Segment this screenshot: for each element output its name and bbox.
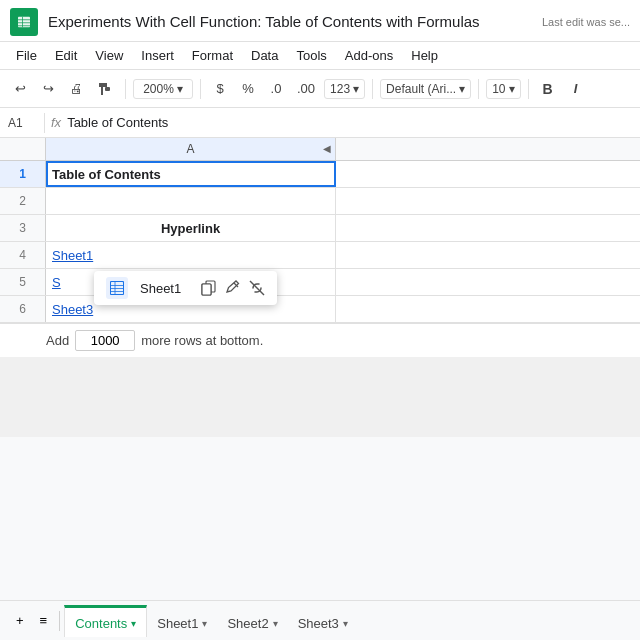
add-label: Add	[46, 333, 69, 348]
all-sheets-button[interactable]: ≡	[32, 609, 56, 632]
tab-sheet1-chevron: ▾	[202, 618, 207, 629]
popup-sheet-icon	[106, 277, 128, 299]
tab-sheet3-chevron: ▾	[343, 618, 348, 629]
add-sheet-icon: +	[16, 613, 24, 628]
fx-label: fx	[51, 115, 61, 130]
formula-content: Table of Contents	[67, 115, 168, 130]
tab-sheet3-label: Sheet3	[298, 616, 339, 631]
formula-divider	[44, 113, 45, 133]
table-row: 2	[0, 188, 640, 215]
currency-button[interactable]: $	[208, 78, 232, 99]
tab-sheet2[interactable]: Sheet2 ▾	[217, 605, 287, 637]
add-rows-bar: Add more rows at bottom.	[0, 323, 640, 357]
add-rows-suffix: more rows at bottom.	[141, 333, 263, 348]
menu-format[interactable]: Format	[184, 46, 241, 65]
menu-data[interactable]: Data	[243, 46, 286, 65]
add-sheet-button[interactable]: +	[8, 609, 32, 632]
col-header-a[interactable]: A ◀	[46, 138, 336, 160]
tab-contents-label: Contents	[75, 616, 127, 631]
add-rows-input[interactable]	[75, 330, 135, 351]
tab-sheet1-label: Sheet1	[157, 616, 198, 631]
dec-decimals-button[interactable]: .0	[264, 78, 288, 99]
bold-button[interactable]: B	[536, 78, 560, 100]
svg-rect-8	[111, 282, 123, 294]
title-bar: Experiments With Cell Function: Table of…	[0, 0, 640, 42]
popup-unlink-button[interactable]	[249, 280, 265, 296]
popup-actions	[201, 280, 265, 296]
row-number-5: 5	[0, 269, 46, 295]
zoom-select[interactable]: 200% ▾	[133, 79, 193, 99]
percent-button[interactable]: %	[236, 78, 260, 99]
hyperlink-popup: Sheet1	[94, 271, 277, 305]
menu-help[interactable]: Help	[403, 46, 446, 65]
tab-sheet2-label: Sheet2	[227, 616, 268, 631]
toolbar-sep-2	[200, 79, 201, 99]
row-number-2: 2	[0, 188, 46, 214]
font-size-select[interactable]: 10 ▾	[486, 79, 520, 99]
formula-bar: A1 fx Table of Contents	[0, 108, 640, 138]
tab-sheet2-chevron: ▾	[273, 618, 278, 629]
doc-title: Experiments With Cell Function: Table of…	[48, 13, 542, 30]
menu-edit[interactable]: Edit	[47, 46, 85, 65]
tab-contents-chevron: ▾	[131, 618, 136, 629]
menu-insert[interactable]: Insert	[133, 46, 182, 65]
gray-area	[0, 357, 640, 437]
popup-sheet-name: Sheet1	[140, 281, 181, 296]
row-number-3: 3	[0, 215, 46, 241]
row-number-4: 4	[0, 242, 46, 268]
svg-rect-6	[105, 87, 110, 91]
last-edit-label: Last edit was se...	[542, 16, 630, 28]
row-num-header	[0, 138, 46, 160]
toolbar-sep-5	[528, 79, 529, 99]
popup-copy-button[interactable]	[201, 280, 217, 296]
table-row: 3 Hyperlink	[0, 215, 640, 242]
redo-button[interactable]: ↪	[36, 78, 60, 99]
italic-button[interactable]: I	[564, 78, 588, 99]
tab-contents[interactable]: Contents ▾	[64, 605, 147, 637]
column-headers: A ◀	[0, 138, 640, 161]
cell-a3[interactable]: Hyperlink	[46, 215, 336, 241]
table-row: 4 Sheet1	[0, 242, 640, 269]
menu-bar: File Edit View Insert Format Data Tools …	[0, 42, 640, 70]
row-number-1: 1	[0, 161, 46, 187]
svg-line-18	[250, 281, 264, 295]
inc-decimals-button[interactable]: .00	[292, 78, 320, 99]
toolbar: ↩ ↪ 🖨 200% ▾ $ % .0 .00 123 ▾ Default (A…	[0, 70, 640, 108]
print-button[interactable]: 🖨	[64, 78, 88, 99]
table-row: 1 Table of Contents	[0, 161, 640, 188]
menu-addons[interactable]: Add-ons	[337, 46, 401, 65]
format-select[interactable]: 123 ▾	[324, 79, 365, 99]
cell-a2[interactable]	[46, 188, 336, 214]
app-icon	[10, 8, 38, 36]
row5-wrapper: 5 S Sheet1	[0, 269, 640, 296]
menu-file[interactable]: File	[8, 46, 45, 65]
cell-a4[interactable]: Sheet1	[46, 242, 336, 268]
undo-button[interactable]: ↩	[8, 78, 32, 99]
all-sheets-icon: ≡	[40, 613, 48, 628]
menu-tools[interactable]: Tools	[288, 46, 334, 65]
cell-reference[interactable]: A1	[8, 116, 38, 130]
tab-sep	[59, 611, 60, 631]
popup-edit-button[interactable]	[225, 280, 241, 296]
svg-rect-15	[202, 284, 211, 295]
row-number-6: 6	[0, 296, 46, 322]
menu-view[interactable]: View	[87, 46, 131, 65]
toolbar-sep-1	[125, 79, 126, 99]
main-content: Experiments With Cell Function: Table of…	[0, 0, 640, 600]
tab-sheet3[interactable]: Sheet3 ▾	[288, 605, 358, 637]
col-resize-icon[interactable]: ◀	[323, 138, 331, 160]
tab-sheet1[interactable]: Sheet1 ▾	[147, 605, 217, 637]
paint-format-button[interactable]	[92, 78, 118, 100]
sheet-area: A ◀ 1 Table of Contents 2 3 Hyperlink 4 …	[0, 138, 640, 437]
tab-bar: + ≡ Contents ▾ Sheet1 ▾ Sheet2 ▾ Sheet3 …	[0, 600, 640, 640]
font-family-select[interactable]: Default (Ari... ▾	[380, 79, 471, 99]
cell-a1[interactable]: Table of Contents	[46, 161, 336, 187]
toolbar-sep-3	[372, 79, 373, 99]
toolbar-sep-4	[478, 79, 479, 99]
